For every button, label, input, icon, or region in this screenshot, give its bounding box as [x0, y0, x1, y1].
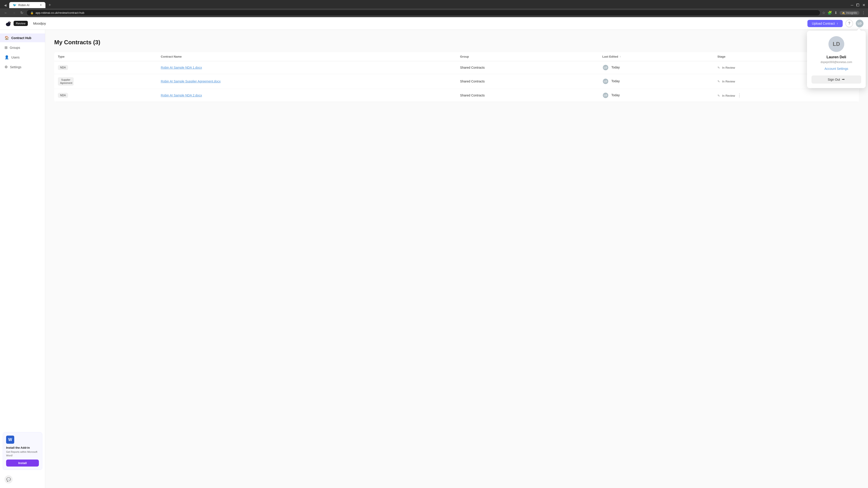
- more-options-btn[interactable]: ⋮: [736, 92, 743, 98]
- account-settings-link[interactable]: Account Settings: [825, 67, 848, 70]
- sidebar-item-settings[interactable]: ⚙ Settings: [0, 63, 45, 71]
- svg-marker-3: [11, 22, 11, 23]
- contract-link[interactable]: Robin AI Sample Supplier Agreement.docx: [161, 79, 221, 83]
- table-row: NDA Robin AI Sample NDA 2.docx Shared Co…: [54, 89, 859, 102]
- sidebar-label-settings: Settings: [10, 65, 22, 69]
- edit-icon: ✎: [717, 66, 720, 69]
- table-row: Supplier Agreement Robin AI Sample Suppl…: [54, 74, 859, 89]
- main-content: 🏠 Contract Hub ⊞ Groups 👤 Users ⚙ Settin…: [0, 30, 868, 488]
- edit-icon: ✎: [717, 94, 720, 97]
- type-badge: NDA: [58, 93, 68, 98]
- contract-link[interactable]: Robin AI Sample NDA 2.docx: [161, 94, 202, 97]
- group-cell: Shared Contracts: [456, 89, 598, 102]
- reload-btn[interactable]: ↻: [19, 10, 25, 16]
- page-content: My Contracts (3) Type Contract Name Grou…: [45, 30, 868, 488]
- sidebar-label-groups: Groups: [10, 46, 20, 50]
- type-badge: Supplier Agreement: [58, 77, 74, 86]
- col-contract-name: Contract Name: [157, 52, 456, 61]
- download-icon[interactable]: ⬇: [834, 11, 837, 15]
- contracts-table: Type Contract Name Group Last Edited ↑ S…: [54, 52, 859, 102]
- logo-area: Review Moodjoy: [4, 20, 46, 27]
- review-badge: Review: [13, 21, 28, 26]
- back-nav-btn[interactable]: ←: [3, 10, 9, 16]
- upload-icon: ↑: [837, 22, 838, 25]
- sidebar: 🏠 Contract Hub ⊞ Groups 👤 Users ⚙ Settin…: [0, 30, 45, 488]
- incognito-icon: 🕵: [842, 11, 845, 14]
- last-edited: Today: [611, 79, 620, 83]
- stage-text: In Review: [722, 94, 735, 97]
- nav-right: Upload Contract ↑ ? LD: [807, 20, 864, 27]
- browser-tab[interactable]: 🐦 Robin AI ✕: [9, 2, 45, 8]
- robin-logo: [4, 20, 12, 27]
- menu-icon[interactable]: ⋮: [862, 11, 865, 15]
- sidebar-item-groups[interactable]: ⊞ Groups: [0, 43, 45, 52]
- dropdown-email: dopejot393@konetas.com: [820, 61, 852, 64]
- groups-icon: ⊞: [4, 45, 7, 50]
- forward-nav-btn[interactable]: →: [11, 10, 17, 16]
- feedback-btn[interactable]: 💬: [4, 475, 13, 484]
- maximize-btn[interactable]: ⧠: [856, 3, 860, 7]
- sort-icon: ↑: [620, 55, 621, 58]
- company-name: Moodjoy: [33, 22, 46, 25]
- feedback-icon: 💬: [6, 477, 11, 482]
- lock-icon: 🔒: [30, 11, 34, 14]
- svg-point-1: [8, 22, 11, 24]
- tab-icon: 🐦: [13, 3, 17, 7]
- signout-icon: ⮕: [842, 78, 845, 81]
- sidebar-item-users[interactable]: 👤 Users: [0, 53, 45, 62]
- col-last-edited: Last Edited ↑: [599, 52, 714, 61]
- bookmark-icon[interactable]: ☆: [822, 11, 825, 15]
- avatar: LD: [602, 64, 609, 71]
- sidebar-label-users: Users: [11, 56, 20, 59]
- tab-title: Robin AI: [18, 3, 29, 7]
- tab-close[interactable]: ✕: [40, 4, 42, 6]
- col-group: Group: [456, 52, 598, 61]
- minimize-btn[interactable]: ─: [851, 3, 853, 7]
- addon-title: Install the Add-in: [6, 446, 39, 449]
- table-row: NDA Robin AI Sample NDA 1.docx Shared Co…: [54, 61, 859, 74]
- group-cell: Shared Contracts: [456, 74, 598, 89]
- type-badge: NDA: [58, 65, 68, 70]
- dropdown-avatar: LD: [829, 36, 844, 52]
- upload-contract-btn[interactable]: Upload Contract ↑: [807, 20, 843, 27]
- user-avatar-btn[interactable]: LD: [856, 20, 864, 27]
- stage-text: In Review: [722, 66, 735, 69]
- addon-card: W Install the Add-in Get Reports within …: [3, 432, 42, 470]
- new-tab-btn[interactable]: +: [47, 2, 53, 8]
- edit-icon: ✎: [717, 80, 720, 83]
- home-icon: 🏠: [4, 36, 9, 40]
- url-text: app.robinai.co.uk/review/contract-hub: [35, 11, 84, 14]
- address-bar[interactable]: 🔒 app.robinai.co.uk/review/contract-hub: [26, 10, 820, 16]
- avatar: LD: [602, 78, 609, 85]
- last-edited: Today: [611, 93, 620, 97]
- extensions-icon[interactable]: 🧩: [828, 11, 832, 15]
- avatar: LD: [602, 92, 609, 98]
- sidebar-label-contract-hub: Contract Hub: [11, 36, 31, 40]
- col-type: Type: [54, 52, 157, 61]
- dropdown-name: Lauren Deli: [827, 55, 846, 59]
- addon-desc: Get Reports within Microsoft Word!: [6, 450, 39, 457]
- help-btn[interactable]: ?: [845, 20, 853, 27]
- contract-link[interactable]: Robin AI Sample NDA 1.docx: [161, 66, 202, 69]
- sidebar-item-contract-hub[interactable]: 🏠 Contract Hub: [0, 33, 45, 42]
- settings-icon: ⚙: [4, 65, 8, 69]
- dropdown-arrow: [857, 29, 861, 31]
- addon-install-btn[interactable]: Install: [6, 459, 39, 466]
- stage-text: In Review: [722, 80, 735, 83]
- top-nav: Review Moodjoy Upload Contract ↑ ? LD LD…: [0, 17, 868, 30]
- svg-point-2: [9, 22, 10, 23]
- sign-out-btn[interactable]: Sign Out ⮕: [811, 75, 861, 84]
- users-icon: 👤: [4, 55, 9, 59]
- last-edited: Today: [611, 66, 620, 69]
- word-icon: W: [6, 435, 14, 444]
- incognito-badge: 🕵 Incognito: [839, 11, 860, 15]
- close-btn[interactable]: ✕: [862, 3, 865, 7]
- page-title: My Contracts (3): [54, 39, 859, 46]
- user-dropdown: LD Lauren Deli dopejot393@konetas.com Ac…: [807, 31, 866, 88]
- group-cell: Shared Contracts: [456, 61, 598, 74]
- back-btn[interactable]: ◀: [3, 2, 8, 8]
